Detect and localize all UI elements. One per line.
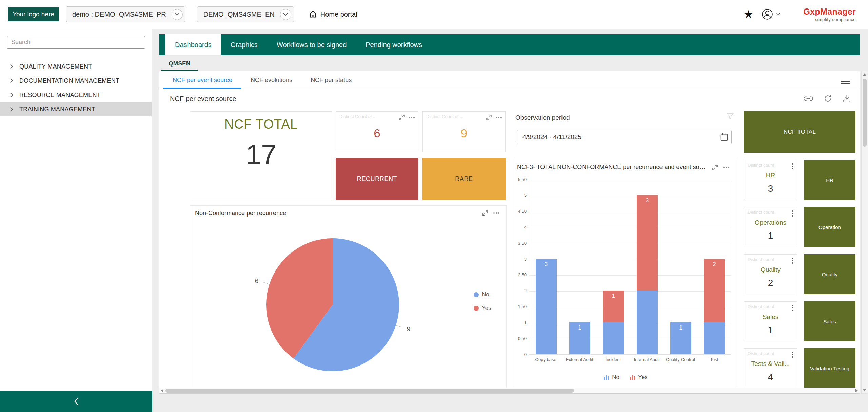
search-input[interactable]: [7, 36, 145, 49]
expand-icon[interactable]: [482, 210, 488, 216]
tile-hr[interactable]: HR: [804, 160, 855, 200]
home-portal-link[interactable]: Home portal: [309, 11, 357, 18]
bar-segment[interactable]: 3: [637, 195, 658, 291]
expand-icon[interactable]: [486, 115, 492, 120]
sidebar-item-quality-management[interactable]: QUALITY MANAGEMENT: [0, 59, 152, 74]
tile-operation[interactable]: Operation: [804, 207, 855, 247]
more-options-icon[interactable]: [792, 305, 793, 311]
tab-ncf-per-status[interactable]: NCF per status: [301, 71, 361, 89]
bar-legend-item-no[interactable]: No: [604, 374, 619, 381]
more-options-icon[interactable]: [792, 210, 793, 217]
user-account-icon[interactable]: [762, 8, 773, 20]
legend-dot: [474, 306, 479, 311]
brand-logo: GxpManager simplify compliance: [804, 7, 856, 22]
bar-legend-label: No: [612, 374, 619, 381]
bar-segment[interactable]: [704, 322, 725, 354]
tile-quality[interactable]: Quality: [804, 254, 855, 294]
bar-segment[interactable]: 2: [704, 259, 725, 323]
report-tab-bar: NCF per event source NCF evolutions NCF …: [159, 71, 860, 89]
chevron-down-icon[interactable]: [776, 13, 780, 16]
calendar-icon[interactable]: [720, 133, 728, 141]
bar-legend-item-yes[interactable]: Yes: [630, 374, 648, 381]
expand-icon[interactable]: [712, 165, 718, 170]
report-title: NCF per event source: [170, 95, 236, 103]
bar-segment[interactable]: [603, 322, 624, 354]
more-options-icon[interactable]: [792, 163, 793, 169]
export-icon[interactable]: [843, 95, 851, 102]
bar-chart-title: NCF3- TOTAL NON-CONFORMANCE per recurren…: [517, 164, 707, 171]
filter-icon[interactable]: [727, 113, 734, 119]
tab-qmsen[interactable]: QMSEN: [161, 59, 198, 71]
tile-ncf-total[interactable]: NCF TOTAL: [744, 111, 855, 153]
menu-icon[interactable]: [841, 77, 850, 86]
chevron-down-icon[interactable]: [280, 9, 291, 20]
bar-stack-quality-control[interactable]: 1: [664, 322, 697, 354]
scroll-left-arrow[interactable]: [159, 388, 165, 393]
tab-workflows-to-be-signed[interactable]: Workflows to be signed: [267, 34, 356, 55]
sidebar-item-resource-management[interactable]: RESOURCE MANAGEMENT: [0, 88, 152, 102]
pie-legend-item-yes[interactable]: Yes: [474, 305, 491, 312]
stat-name: Sales: [746, 313, 795, 321]
topbar: Your logo here demo : DEMO_QMS4SME_PR DE…: [0, 0, 868, 29]
refresh-icon[interactable]: [824, 95, 832, 102]
tab-ncf-evolutions[interactable]: NCF evolutions: [241, 71, 301, 89]
widget-recurrent-count: Distinct Count of ... 6: [336, 111, 418, 152]
bar-segment[interactable]: 1: [569, 322, 590, 354]
scroll-up-arrow[interactable]: [863, 73, 866, 76]
bar-segment[interactable]: [637, 291, 658, 354]
sidebar-item-training-management[interactable]: TRAINING MANAGEMENT: [0, 102, 152, 116]
bar-segment-value: 3: [637, 198, 658, 204]
scrollbar-thumb[interactable]: [165, 389, 574, 393]
tab-graphics[interactable]: Graphics: [221, 34, 267, 55]
tile-rare[interactable]: RARE: [422, 158, 506, 200]
expand-icon[interactable]: [399, 115, 405, 120]
brand-tagline: simplify compliance: [815, 17, 856, 22]
bar-stack-copy-base[interactable]: 3: [529, 259, 563, 354]
widget-pie-chart: Non-Conformance per recurrence 96 No Yes: [190, 205, 507, 388]
context-dropdown[interactable]: demo : DEMO_QMS4SME_PR: [66, 6, 185, 22]
context-dropdown-value: demo : DEMO_QMS4SME_PR: [72, 11, 166, 18]
tab-ncf-per-event-source[interactable]: NCF per event source: [163, 71, 241, 89]
bar-stack-external-audit[interactable]: 1: [563, 322, 596, 354]
bar-segment[interactable]: 1: [603, 291, 624, 322]
bar-segment-value: 3: [536, 261, 557, 267]
bar-segment[interactable]: 3: [536, 259, 557, 354]
tile-validation-testing[interactable]: Validation Testing: [804, 348, 855, 388]
chevron-down-icon[interactable]: [172, 9, 183, 20]
bar-stack-internal-audit[interactable]: 3: [630, 195, 664, 354]
legend-label: Yes: [482, 305, 491, 312]
horizontal-scrollbar[interactable]: [159, 388, 860, 393]
more-options-icon[interactable]: [496, 117, 502, 118]
tab-dashboards[interactable]: Dashboards: [165, 34, 221, 55]
link-icon[interactable]: [804, 95, 813, 102]
bar-y-tick: 1: [524, 320, 527, 325]
tile-sales[interactable]: Sales: [804, 301, 855, 341]
bar-segment-value: 1: [603, 293, 624, 299]
bar-segment[interactable]: 1: [670, 322, 691, 354]
scrollbar-thumb[interactable]: [863, 79, 867, 147]
tab-pending-workflows[interactable]: Pending workflows: [356, 34, 432, 55]
more-options-icon[interactable]: [493, 212, 499, 214]
sidebar-collapse-button[interactable]: [0, 391, 152, 412]
chevron-right-icon: [10, 78, 13, 83]
scroll-down-arrow[interactable]: [863, 389, 866, 391]
pie-label-leader: [396, 325, 402, 327]
more-options-icon[interactable]: [792, 258, 793, 264]
sidebar-item-label: RESOURCE MANAGEMENT: [19, 92, 101, 99]
bar-stack-test[interactable]: 2: [698, 259, 731, 354]
bar-stack-incident[interactable]: 1: [597, 291, 630, 354]
pie-legend-item-no[interactable]: No: [474, 291, 491, 298]
more-options-icon[interactable]: [409, 117, 415, 118]
stat-caption: Distinct Count of ...: [426, 114, 484, 119]
more-options-icon[interactable]: [792, 352, 793, 358]
sidebar-item-documentation-management[interactable]: DOCUMENTATION MANAGEMENT: [0, 74, 152, 88]
scroll-right-arrow[interactable]: [854, 388, 860, 393]
more-options-icon[interactable]: [723, 167, 729, 168]
database-dropdown-value: DEMO_QMS4SME_EN: [203, 11, 275, 18]
favorites-star-icon[interactable]: ★: [744, 9, 753, 20]
bar-chart-icon: [604, 375, 609, 380]
date-range-input[interactable]: [517, 130, 732, 144]
database-dropdown[interactable]: DEMO_QMS4SME_EN: [197, 6, 294, 22]
tile-recurrent[interactable]: RECURRENT: [336, 158, 418, 200]
vertical-scrollbar[interactable]: [861, 71, 868, 394]
